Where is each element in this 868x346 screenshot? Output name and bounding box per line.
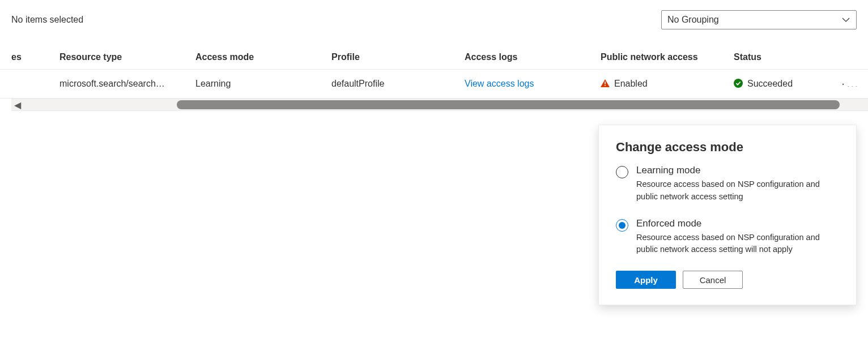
pna-value: Enabled — [614, 79, 648, 88]
selection-status: No items selected — [11, 15, 83, 25]
view-access-logs-link[interactable]: View access logs — [465, 79, 601, 89]
cell-access-mode: Learning — [195, 79, 331, 89]
warning-icon — [601, 79, 610, 87]
radio-label: Enforced mode — [636, 218, 839, 229]
popup-title: Change access mode — [616, 140, 839, 155]
col-header-public-network-access[interactable]: Public network access — [601, 52, 734, 62]
radio-selected-icon — [616, 219, 628, 232]
grouping-dropdown[interactable]: No Grouping — [661, 10, 857, 29]
radio-unselected-icon — [616, 166, 628, 178]
svg-point-2 — [734, 79, 743, 88]
col-header-profile[interactable]: Profile — [331, 52, 465, 62]
svg-rect-0 — [605, 82, 606, 84]
scrollbar-thumb[interactable] — [177, 100, 840, 109]
col-header-access-mode[interactable]: Access mode — [195, 52, 331, 62]
radio-description: Resource access based on NSP configurati… — [636, 178, 839, 203]
change-access-mode-popup: Change access mode Learning mode Resourc… — [598, 125, 857, 305]
popup-actions: Apply Cancel — [616, 271, 839, 289]
chevron-down-icon — [841, 15, 850, 24]
table-header: es Resource type Access mode Profile Acc… — [0, 35, 868, 70]
success-check-icon — [734, 79, 743, 88]
status-value: Succeeded — [747, 79, 793, 88]
col-header-first[interactable]: es — [0, 52, 59, 62]
table-row[interactable]: microsoft.search/search… Learning defaul… — [0, 70, 868, 99]
cancel-button[interactable]: Cancel — [683, 271, 743, 289]
row-more-actions[interactable]: ··· — [841, 81, 868, 87]
cell-resource-type: microsoft.search/search… — [59, 79, 195, 89]
cell-profile: defaultProfile — [331, 79, 465, 89]
col-header-access-logs[interactable]: Access logs — [465, 52, 601, 62]
col-header-status[interactable]: Status — [734, 52, 841, 62]
svg-rect-1 — [605, 85, 606, 86]
radio-label: Learning mode — [636, 165, 839, 176]
radio-enforced-mode[interactable]: Enforced mode Resource access based on N… — [616, 218, 839, 257]
radio-description: Resource access based on NSP configurati… — [636, 232, 839, 257]
radio-learning-mode[interactable]: Learning mode Resource access based on N… — [616, 165, 839, 203]
apply-button[interactable]: Apply — [616, 271, 676, 289]
scroll-left-icon[interactable]: ◀ — [11, 100, 24, 110]
toolbar: No items selected No Grouping — [0, 0, 868, 35]
col-header-resource-type[interactable]: Resource type — [59, 52, 195, 62]
cell-status: Succeeded — [734, 79, 841, 89]
cell-public-network-access: Enabled — [601, 79, 734, 89]
horizontal-scrollbar[interactable]: ◀ — [11, 99, 868, 111]
grouping-dropdown-value: No Grouping — [667, 15, 719, 25]
